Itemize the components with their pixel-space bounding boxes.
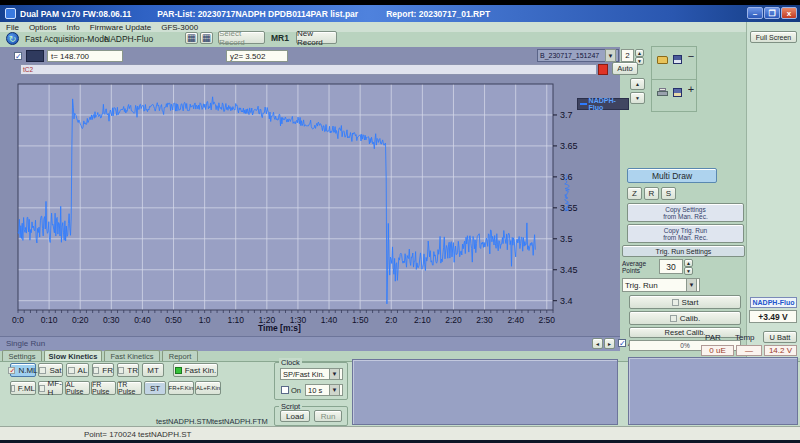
- spinner-up-icon[interactable]: ▲: [684, 259, 693, 267]
- fr-button[interactable]: FR: [92, 363, 114, 377]
- tab-slow-kinetics[interactable]: Slow Kinetics: [44, 350, 102, 361]
- clock-on-checkbox[interactable]: [281, 386, 289, 394]
- average-points-spinner[interactable]: ▲ ▼: [684, 259, 693, 274]
- save-icon[interactable]: [673, 55, 682, 64]
- zoom-s-button[interactable]: S: [661, 187, 676, 200]
- al-button[interactable]: AL: [66, 363, 89, 377]
- titlebar[interactable]: Dual PAM v170 FW:08.06.11 PAR-List: 2023…: [0, 5, 800, 22]
- button-label: Sat: [49, 366, 61, 375]
- scroll-right-button[interactable]: ►: [604, 338, 615, 349]
- button-label: from Man. Rec.: [663, 234, 707, 241]
- clock-mode-dropdown[interactable]: SP/Fast Kin. ▼: [280, 368, 343, 380]
- svg-text:3.7: 3.7: [560, 110, 573, 120]
- scroll-left-button[interactable]: ◄: [592, 338, 603, 349]
- spinner-up-icon[interactable]: ▲: [635, 49, 644, 57]
- record-selector-dropdown[interactable]: B_230717_151247 ▼: [537, 49, 619, 62]
- window-title-parlist: PAR-List: 20230717NADPH DPDB0114PAR list…: [157, 9, 358, 19]
- clock-mode-value: SP/Fast Kin.: [283, 370, 325, 379]
- button-label: Calib.: [680, 314, 700, 323]
- reset-calib-button[interactable]: Reset Calib.: [629, 327, 741, 338]
- checkbox-icon: [11, 385, 15, 392]
- tr-button[interactable]: TR: [117, 363, 139, 377]
- layout-grid-button-1[interactable]: ▦: [185, 32, 198, 44]
- zoom-r-button[interactable]: R: [644, 187, 659, 200]
- svg-text:2:30: 2:30: [476, 315, 493, 325]
- new-record-button[interactable]: New Record: [296, 31, 337, 44]
- button-label: MT: [147, 366, 159, 375]
- fast-kin-button[interactable]: Fast Kin.: [173, 363, 218, 377]
- clock-group-title: Clock: [279, 358, 302, 367]
- kinetics-chart[interactable]: 3.73.653.63.553.53.453.40:00:100:200:300…: [8, 78, 605, 326]
- dropdown-arrow-icon: ▼: [329, 368, 340, 380]
- button-label: AL: [78, 366, 88, 375]
- svg-text:0:20: 0:20: [72, 315, 89, 325]
- script-load-button[interactable]: Load: [280, 410, 310, 422]
- svg-text:2:50: 2:50: [539, 315, 556, 325]
- printer-icon[interactable]: [657, 91, 668, 96]
- start-button[interactable]: Start: [629, 295, 741, 309]
- nml-button[interactable]: ✓N.ML: [10, 363, 36, 377]
- tab-settings[interactable]: Settings: [2, 350, 42, 361]
- layout-grid-button-2[interactable]: ▦: [200, 32, 213, 44]
- average-points-field[interactable]: 30: [659, 259, 683, 274]
- chart-scroll-up-button[interactable]: ▲: [630, 78, 645, 90]
- checkbox-icon: [39, 367, 46, 374]
- mt-button[interactable]: MT: [142, 363, 164, 377]
- copy-trig-run-button[interactable]: Copy Trig. Run from Man. Rec.: [627, 224, 744, 243]
- fml-button[interactable]: F.ML: [10, 381, 36, 395]
- al-fkin-button[interactable]: AL+F.Kin: [195, 381, 221, 395]
- menu-firmware-update[interactable]: Firmware Update: [90, 23, 151, 32]
- cursor-time-readout: t= 148.700: [47, 50, 123, 62]
- marker-end-handle[interactable]: [598, 64, 608, 75]
- meter-voltage-value: +3.49 V: [749, 310, 797, 323]
- zoom-z-button[interactable]: Z: [627, 187, 642, 200]
- copy-settings-button[interactable]: Copy Settings from Man. Rec.: [627, 203, 744, 222]
- chart-scroll-down-button[interactable]: ▼: [630, 92, 645, 104]
- zoom-in-plus-icon[interactable]: +: [686, 83, 696, 99]
- fr-fkin-button[interactable]: FR+F.Kin: [168, 381, 194, 395]
- zoom-out-minus-icon[interactable]: −: [686, 50, 696, 66]
- close-button[interactable]: x: [781, 7, 797, 19]
- trig-run-dropdown[interactable]: Trig. Run ▼: [622, 278, 700, 292]
- select-record-button[interactable]: Select Record: [218, 31, 265, 44]
- tr-pulse-button[interactable]: TR Pulse: [117, 381, 142, 395]
- svg-text:0:10: 0:10: [41, 315, 58, 325]
- menu-info[interactable]: Info: [66, 23, 79, 32]
- open-folder-icon[interactable]: [657, 56, 668, 64]
- tab-fast-kinetics[interactable]: Fast Kinetics: [104, 350, 160, 361]
- script-run-button[interactable]: Run: [314, 410, 342, 422]
- avg-count-spinner[interactable]: ▲ ▼: [635, 49, 644, 62]
- trace-visible-checkbox[interactable]: ✓: [14, 52, 22, 60]
- record-color-swatch[interactable]: [26, 50, 44, 62]
- save-as-icon[interactable]: [673, 88, 682, 97]
- channel-label: NADPH-Fluo: [104, 34, 153, 44]
- overview-marker-bar[interactable]: tC2: [20, 64, 597, 75]
- fr-pulse-button[interactable]: FR Pulse: [91, 381, 116, 395]
- maximize-button[interactable]: ❐: [764, 7, 780, 19]
- avg-count-field[interactable]: 2: [621, 49, 634, 62]
- spinner-down-icon[interactable]: ▼: [684, 267, 693, 275]
- dual-pam-window: Dual PAM v170 FW:08.06.11 PAR-List: 2023…: [0, 0, 800, 443]
- slow-kinetics-blank-panel: [352, 359, 618, 425]
- multi-draw-button[interactable]: Multi Draw: [627, 168, 717, 183]
- menu-file[interactable]: File: [6, 23, 19, 32]
- ubatt-button[interactable]: U Batt: [763, 331, 797, 343]
- checkbox-icon: [93, 367, 99, 374]
- right-blank-panel: [628, 357, 798, 425]
- full-screen-button[interactable]: Full Screen: [750, 31, 797, 43]
- al-pulse-button[interactable]: AL Pulse: [65, 381, 90, 395]
- calib-button[interactable]: Calib.: [629, 311, 741, 325]
- mfh-button[interactable]: MF-H: [38, 381, 63, 395]
- minimize-button[interactable]: –: [747, 7, 763, 19]
- sat-button[interactable]: Sat: [38, 363, 63, 377]
- menu-options[interactable]: Options: [29, 23, 57, 32]
- tab-report[interactable]: Report: [162, 350, 198, 361]
- menu-gfs3000[interactable]: GFS-3000: [161, 23, 198, 32]
- auto-scale-button[interactable]: Auto: [612, 62, 638, 75]
- button-label: F.ML: [18, 384, 35, 393]
- trig-run-settings-button[interactable]: Trig. Run Settings: [622, 245, 745, 257]
- clock-interval-dropdown[interactable]: 10 s ▼: [305, 384, 343, 396]
- st-button[interactable]: ST: [144, 381, 166, 395]
- auto-follow-checkbox[interactable]: ✓: [618, 339, 626, 347]
- button-label: N.ML: [18, 366, 37, 375]
